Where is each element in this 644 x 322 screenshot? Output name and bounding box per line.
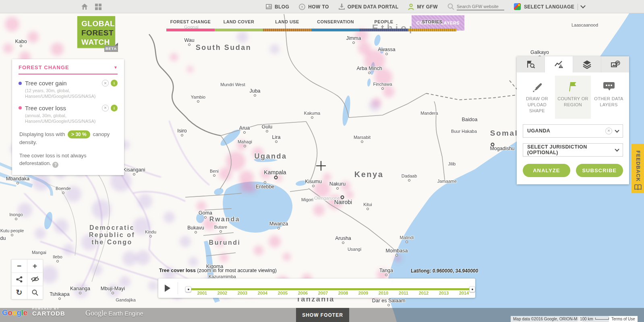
gain-label: Tree cover gain — [25, 80, 100, 87]
play-button[interactable] — [158, 279, 177, 298]
timeline-year[interactable]: 2013 — [437, 291, 451, 295]
timeline-year[interactable]: 2008 — [336, 291, 350, 295]
my-gfw-link[interactable]: MY GFW — [408, 4, 438, 10]
google-logo-letter: e — [23, 308, 27, 317]
open-data-portal-link[interactable]: OPEN DATA PORTAL — [339, 4, 399, 10]
main-nav: FOREST CHANGELAND COVERLAND USECONSERVAT… — [166, 16, 456, 31]
nav-tab-land-use[interactable]: LAND USE — [263, 16, 311, 31]
tab-search-area[interactable] — [517, 56, 545, 72]
terms-of-use-link[interactable]: Terms of Use — [609, 316, 638, 322]
nav-tab-forest-change[interactable]: FOREST CHANGE — [166, 16, 215, 31]
show-footer-button[interactable]: SHOW FOOTER — [296, 308, 349, 322]
analysis-chart-icon — [554, 60, 563, 69]
nav-tab-people[interactable]: PEOPLE — [360, 16, 408, 31]
share-icon — [16, 276, 23, 283]
clear-country-icon[interactable]: ✕ — [605, 128, 612, 134]
mode-other-layers[interactable]: OTHER DATA LAYERS — [591, 76, 627, 119]
mode-label: OTHER DATA LAYERS — [592, 96, 626, 108]
blog-link[interactable]: BLOG — [266, 4, 289, 10]
layers-icon — [582, 60, 592, 69]
export-images-icon — [611, 60, 620, 69]
user-icon — [408, 4, 414, 10]
select-language-label: SELECT LANGUAGE — [524, 4, 574, 10]
gfw-map-page: KaboGognalWauSouth SudanEthiopiaJimmaAwa… — [0, 0, 644, 322]
guide-book-tab[interactable] — [632, 181, 644, 193]
timeline-year[interactable]: 2009 — [356, 291, 370, 295]
timeline-year[interactable]: 2011 — [397, 291, 410, 295]
latlong-readout: Lat/long: 0.960000, 34.940000 — [411, 268, 478, 274]
info-icon[interactable]: i — [111, 80, 118, 87]
timeline-year[interactable]: 2005 — [276, 291, 290, 295]
google-maps-logo: Google — [2, 308, 27, 317]
country-flag-icon — [556, 80, 590, 93]
language-selector[interactable]: SELECT LANGUAGE — [514, 3, 585, 10]
tab-layers[interactable] — [573, 56, 601, 72]
canopy-density-row: Displaying loss with > 30 % canopy densi… — [19, 130, 112, 147]
info-icon[interactable]: i — [111, 105, 118, 111]
map-scale: 100 km — [578, 316, 611, 322]
gfw-logo[interactable]: GLOBAL FOREST WATCH — [77, 16, 115, 48]
google-serif-label: Google — [85, 309, 107, 317]
jurisdiction-select[interactable]: SELECT JURISDICTION (OPTIONAL) — [523, 143, 623, 157]
tab-analysis[interactable] — [545, 56, 573, 72]
remove-layer-icon[interactable]: ✕ — [102, 80, 109, 87]
analysis-modes: DRAW OR UPLOAD SHAPE COUNTRY OR REGION O… — [517, 72, 629, 119]
timeline-handle-start[interactable] — [185, 286, 191, 292]
nav-tab-underline — [166, 29, 215, 31]
home-icon[interactable] — [81, 4, 88, 10]
eye-off-icon — [31, 276, 39, 282]
subscribe-button[interactable]: SUBSCRIBE — [576, 164, 623, 177]
nav-tab-underline — [215, 29, 263, 31]
search-location-button[interactable] — [27, 286, 43, 299]
gain-caption: (12 years, 30m, global, Hansen/UMD/Googl… — [25, 88, 106, 99]
collapse-caret-icon[interactable]: ▼ — [114, 65, 118, 70]
country-select-value: UGANDA — [527, 128, 605, 134]
active-layer-note: Tree cover loss (zoom in for most accura… — [159, 268, 277, 273]
share-button[interactable] — [11, 272, 27, 286]
hide-panels-button[interactable] — [27, 272, 43, 286]
timeline-year[interactable]: 2001 — [195, 291, 209, 295]
timeline-year[interactable]: 2012 — [417, 291, 431, 295]
scale-bar — [595, 318, 609, 320]
chevron-down-icon — [615, 128, 619, 132]
timeline-year[interactable]: 2007 — [316, 291, 330, 295]
mode-country-region[interactable]: COUNTRY OR REGION — [555, 76, 591, 119]
timeline-year[interactable]: 2014 — [457, 291, 471, 295]
loss-dot — [19, 106, 22, 109]
timeline-year[interactable]: 2010 — [377, 291, 390, 295]
timeline-bar: 2001200220032004200520062007200820092010… — [158, 279, 475, 298]
how-to-link[interactable]: ? HOW TO — [299, 4, 329, 10]
question-icon[interactable]: ? — [52, 162, 58, 168]
beta-badge: BETA — [104, 45, 118, 52]
remove-layer-icon[interactable]: ✕ — [102, 105, 109, 111]
refresh-button[interactable]: ↻ — [11, 286, 27, 299]
search-input[interactable] — [457, 3, 504, 10]
canopy-density-button[interactable]: > 30 % — [68, 130, 90, 138]
timeline-year[interactable]: 2004 — [256, 291, 269, 295]
nav-tab-label: CONSERVATION — [311, 16, 360, 27]
tab-export[interactable] — [601, 56, 629, 72]
timeline-year[interactable]: 2002 — [215, 291, 229, 295]
timeline-year[interactable]: 2006 — [296, 291, 310, 295]
newspaper-icon — [266, 4, 272, 9]
timeline-track[interactable] — [188, 288, 472, 290]
zoom-in-button[interactable]: + — [27, 259, 43, 273]
timeline-year[interactable]: 2003 — [236, 291, 249, 295]
mode-draw-upload[interactable]: DRAW OR UPLOAD SHAPE — [519, 76, 555, 119]
nav-tab-conservation[interactable]: CONSERVATION — [311, 16, 360, 31]
google-logo-letter: G — [2, 308, 8, 317]
earth-engine-attribution: Google Earth Engine — [85, 309, 143, 318]
logo-line-2: FOREST — [81, 28, 115, 37]
zoom-out-button[interactable]: − — [11, 259, 27, 273]
divider — [178, 282, 178, 294]
google-logo-letter: o — [12, 308, 17, 317]
svg-text:?: ? — [301, 5, 303, 9]
country-select[interactable]: UGANDA ✕ — [523, 124, 623, 138]
nav-tab-label: LAND USE — [263, 16, 311, 27]
search-icon[interactable] — [447, 3, 454, 10]
apps-grid-icon[interactable] — [95, 4, 101, 10]
nav-tab-land-cover[interactable]: LAND COVER — [215, 16, 263, 31]
nav-tab-stories[interactable]: STORIES — [408, 16, 456, 31]
nav-tab-underline — [360, 29, 408, 31]
analyze-button[interactable]: ANALYZE — [523, 164, 570, 177]
